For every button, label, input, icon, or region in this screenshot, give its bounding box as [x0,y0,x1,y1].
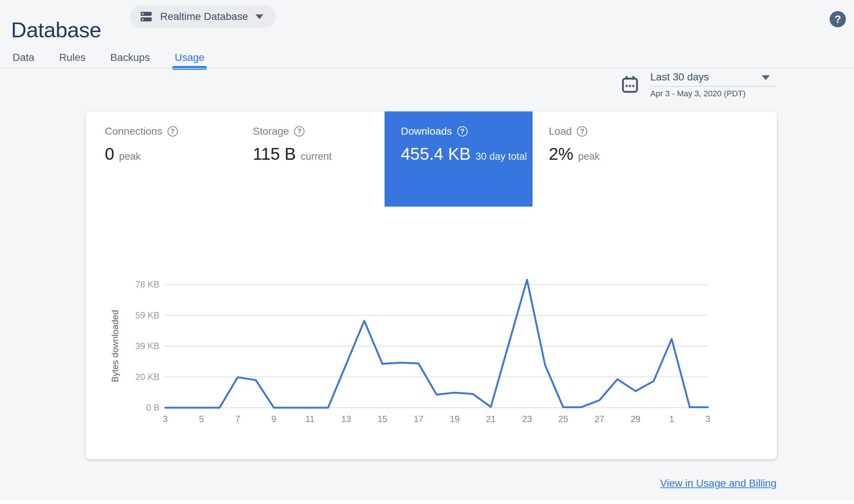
tab-bar: Data Rules Backups Usage [13,46,204,69]
x-tick-label: 11 [295,413,325,425]
date-range-preset[interactable]: Last 30 days [650,71,709,83]
x-tick-label: 21 [476,413,506,425]
bottom-strip [0,500,854,504]
x-tick-label: 5 [187,413,216,425]
date-range-caret-icon[interactable] [762,75,770,80]
tabbar-divider [0,68,854,69]
tab-data[interactable]: Data [13,46,34,69]
database-icon [140,10,153,23]
calendar-icon [621,76,638,93]
x-tick-label: 27 [585,413,614,425]
view-usage-billing-link[interactable]: View in Usage and Billing [660,477,776,489]
y-tick-label: 0 B [108,402,159,414]
help-button[interactable]: ? [830,11,846,27]
downloads-chart: 0 B20 KB39 KB59 KB78 KB 3579111315171921… [86,111,777,459]
database-selector[interactable]: Realtime Database [130,5,276,28]
chart-canvas [86,111,777,459]
x-tick-label: 17 [404,413,433,425]
tab-usage[interactable]: Usage [175,46,204,69]
x-tick-label: 9 [259,413,289,425]
downloads-line-series [165,280,708,408]
x-tick-label: 3 [151,413,180,425]
date-range-divider [650,86,776,87]
tab-backups[interactable]: Backups [110,46,150,69]
x-tick-label: 23 [512,413,542,425]
usage-card: Connections ? 0 peak Storage ? 115 B cur… [86,111,777,459]
y-tick-label: 78 KB [108,279,159,290]
x-tick-label: 13 [331,413,361,425]
page-title: Database [11,17,101,42]
x-tick-label: 29 [621,413,650,425]
database-selector-label: Realtime Database [160,11,248,23]
tab-rules[interactable]: Rules [59,46,86,69]
x-tick-label: 7 [223,413,252,425]
x-tick-label: 1 [657,413,686,425]
y-axis-title: Bytes downloaded [110,310,120,382]
x-tick-label: 3 [693,413,723,425]
x-tick-label: 25 [548,413,578,425]
question-mark-icon: ? [834,13,841,25]
x-tick-label: 15 [368,413,397,425]
chevron-down-icon [255,14,264,19]
date-range-text: Apr 3 - May 3, 2020 (PDT) [650,89,745,99]
x-tick-label: 19 [440,413,469,425]
